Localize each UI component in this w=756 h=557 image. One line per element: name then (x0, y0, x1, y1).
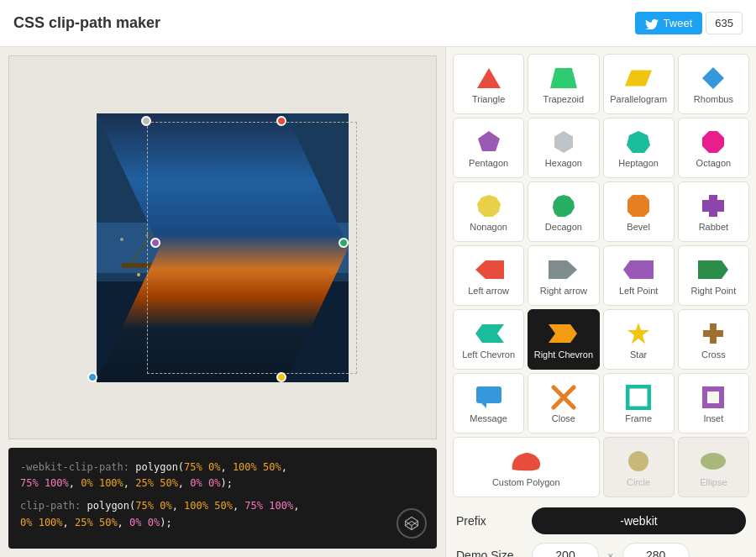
shape-left-point-label: Left Point (619, 286, 658, 296)
cp-bot-right[interactable] (276, 372, 286, 382)
cp-mid-right[interactable] (339, 238, 349, 248)
prefix-row: Prefix -webkit (456, 507, 746, 534)
svg-marker-44 (627, 323, 649, 344)
svg-point-54 (701, 453, 726, 470)
shape-rabbet[interactable]: Rabbet (678, 181, 749, 242)
svg-marker-40 (623, 260, 654, 279)
cp-top-right[interactable] (276, 116, 286, 126)
shape-triangle[interactable]: Triangle (453, 54, 524, 114)
twitter-icon (645, 18, 659, 29)
svg-point-17 (120, 238, 123, 241)
shape-bevel-label: Bevel (627, 222, 650, 232)
shape-grid: Triangle Trapezoid Parallelogram Rhombus (453, 54, 749, 497)
size-separator: × (607, 549, 614, 558)
shape-circle-label: Circle (627, 477, 650, 487)
cp-mid-left[interactable] (150, 238, 160, 248)
svg-marker-45 (703, 323, 723, 344)
header: CSS clip-path maker Tweet 635 (0, 0, 756, 47)
shape-triangle-label: Triangle (472, 94, 505, 104)
right-panel: Triangle Trapezoid Parallelogram Rhombus (445, 47, 756, 557)
tweet-button[interactable]: Tweet (635, 12, 703, 34)
svg-marker-26 (477, 68, 501, 88)
shape-custom-polygon[interactable]: Custom Polygon (453, 437, 600, 497)
shape-pentagon-label: Pentagon (469, 158, 508, 168)
size-label: Demo Size (456, 549, 523, 557)
shape-decagon[interactable]: Decagon (528, 181, 599, 242)
svg-marker-37 (702, 195, 724, 217)
shape-left-chevron[interactable]: Left Chevron (453, 309, 524, 370)
shape-close-label: Close (552, 413, 575, 423)
shape-hexagon-label: Hexagon (545, 158, 582, 168)
shape-left-point[interactable]: Left Point (603, 245, 675, 306)
svg-marker-33 (702, 131, 724, 153)
shape-octagon[interactable]: Octagon (678, 118, 749, 178)
shape-cross[interactable]: Cross (678, 309, 749, 370)
shape-inset[interactable]: Inset (678, 373, 749, 434)
prefix-button[interactable]: -webkit (532, 507, 746, 534)
shape-octagon-label: Octagon (696, 158, 732, 168)
svg-marker-35 (553, 195, 575, 217)
shape-container (97, 113, 349, 382)
svg-point-53 (628, 451, 648, 471)
tweet-label: Tweet (664, 17, 693, 29)
shape-right-point[interactable]: Right Point (678, 245, 749, 306)
code-line-4: 0% 100%, 25% 50%, 0% 0%); (20, 515, 425, 531)
size-width-input[interactable] (532, 543, 599, 557)
shape-rabbet-label: Rabbet (699, 222, 728, 232)
svg-marker-30 (478, 131, 500, 151)
shape-right-point-label: Right Point (690, 286, 736, 296)
svg-point-18 (146, 234, 149, 236)
shape-star-label: Star (630, 349, 647, 360)
shape-ellipse[interactable]: Ellipse (678, 437, 749, 497)
shape-rhombus-label: Rhombus (694, 94, 733, 104)
svg-marker-38 (475, 260, 504, 279)
shape-pentagon[interactable]: Pentagon (453, 118, 524, 178)
shape-right-chevron-label: Right Chevron (534, 349, 593, 360)
shape-nonagon-label: Nonagon (470, 222, 507, 232)
shape-decagon-label: Decagon (545, 222, 582, 232)
svg-rect-46 (476, 386, 501, 403)
svg-marker-31 (554, 131, 573, 153)
shape-parallelogram[interactable]: Parallelogram (603, 54, 675, 114)
svg-marker-32 (627, 131, 650, 153)
shape-right-chevron[interactable]: Right Chevron (528, 309, 599, 370)
code-line-2: 75% 100%, 0% 100%, 25% 50%, 0% 0%); (20, 476, 425, 491)
shape-hexagon[interactable]: Hexagon (528, 118, 599, 178)
svg-marker-28 (625, 71, 652, 87)
left-panel: -webkit-clip-path: polygon(75% 0%, 100% … (0, 47, 445, 557)
canvas-area[interactable] (8, 55, 437, 439)
shape-nonagon[interactable]: Nonagon (453, 181, 524, 242)
code-panel: -webkit-clip-path: polygon(75% 0%, 100% … (8, 448, 437, 549)
shape-frame[interactable]: Frame (603, 373, 675, 434)
shape-trapezoid[interactable]: Trapezoid (528, 54, 599, 114)
shape-bevel[interactable]: Bevel (603, 181, 675, 242)
svg-marker-34 (477, 195, 501, 217)
tweet-count: 635 (706, 12, 743, 34)
controls-section: Prefix -webkit Demo Size × (453, 501, 749, 557)
shape-message[interactable]: Message (453, 373, 524, 434)
cp-top-left[interactable] (141, 116, 151, 126)
shape-left-chevron-label: Left Chevron (462, 349, 515, 360)
shape-rhombus[interactable]: Rhombus (678, 54, 749, 114)
shape-parallelogram-label: Parallelogram (610, 94, 667, 104)
shape-inset-label: Inset (703, 413, 723, 423)
shape-right-arrow[interactable]: Right arrow (528, 245, 599, 306)
shape-close[interactable]: Close (528, 373, 599, 434)
shape-trapezoid-label: Trapezoid (543, 94, 585, 104)
codepen-icon[interactable] (396, 508, 427, 539)
shape-circle[interactable]: Circle (603, 437, 675, 497)
size-height-input[interactable] (622, 543, 690, 557)
prefix-label: Prefix (456, 514, 523, 528)
shape-star[interactable]: Star (603, 309, 675, 370)
shape-heptagon[interactable]: Heptagon (603, 118, 675, 178)
svg-point-12 (137, 273, 140, 276)
code-line-3: clip-path: polygon(75% 0%, 100% 50%, 75%… (20, 498, 425, 514)
size-row: Demo Size × (456, 543, 746, 557)
shape-left-arrow[interactable]: Left arrow (453, 245, 524, 306)
svg-marker-47 (481, 403, 486, 408)
shape-message-label: Message (470, 413, 507, 423)
cp-bot-left[interactable] (87, 372, 97, 382)
shape-right-arrow-label: Right arrow (540, 286, 587, 296)
shape-frame-label: Frame (625, 413, 652, 423)
page-title: CSS clip-path maker (13, 14, 160, 32)
